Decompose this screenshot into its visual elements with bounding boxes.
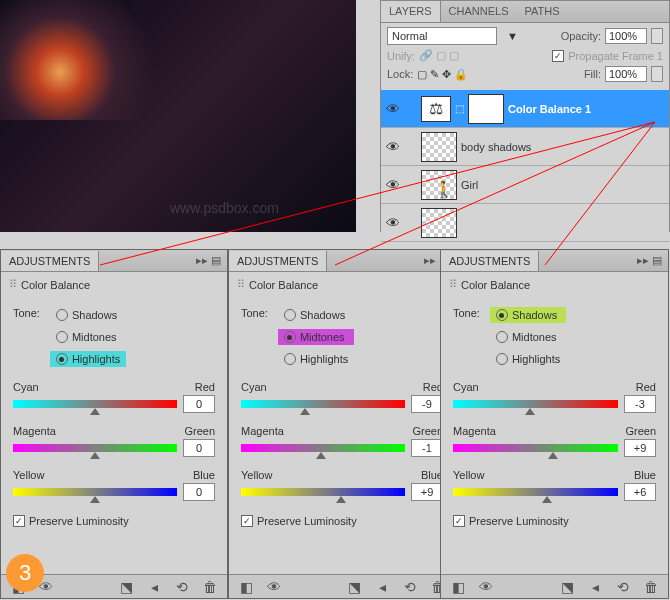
tab-adjustments[interactable]: ADJUSTMENTS [1, 251, 99, 271]
adjustment-title: Color Balance [249, 279, 318, 291]
visibility-icon[interactable]: 👁 [383, 175, 403, 195]
checkbox-icon: ✓ [241, 515, 253, 527]
toggle-icon[interactable]: ◧ [449, 578, 467, 596]
opacity-spinner[interactable] [651, 28, 663, 44]
tone-midtones[interactable]: Midtones [50, 329, 126, 345]
prev-icon[interactable]: ◂ [373, 578, 391, 596]
layer-thumbnail[interactable]: 🚶 [421, 170, 457, 200]
slider-track[interactable] [13, 400, 177, 408]
reset-icon[interactable]: ⟲ [173, 578, 191, 596]
tone-highlights[interactable]: Highlights [490, 351, 566, 367]
layer-row-color-balance[interactable]: 👁 ⚖ ⬚ Color Balance 1 [381, 90, 669, 128]
slider-track[interactable] [13, 488, 177, 496]
slider-mg: MagentaGreen -1 [241, 425, 443, 457]
adjustment-title: Color Balance [461, 279, 530, 291]
layer-row-body-shadows[interactable]: 👁 body shadows [381, 128, 669, 166]
panel-menu-icon[interactable]: ▸▸ ▤ [631, 252, 668, 269]
label-right: Blue [634, 469, 656, 481]
tone-shadows[interactable]: Shadows [278, 307, 354, 323]
panel-menu-icon[interactable]: ▸▸ ▤ [190, 252, 227, 269]
slider-value[interactable]: +9 [624, 439, 656, 457]
slider-value[interactable]: +9 [411, 483, 443, 501]
slider-track[interactable] [453, 400, 618, 408]
visibility-icon[interactable]: 👁 [383, 213, 403, 233]
toggle-icon[interactable]: ◧ [237, 578, 255, 596]
slider-value[interactable]: -9 [411, 395, 443, 413]
fill-spinner[interactable] [651, 66, 663, 82]
delete-icon[interactable]: 🗑 [642, 578, 660, 596]
layer-thumbnail[interactable] [421, 208, 457, 238]
tone-highlights[interactable]: Highlights [50, 351, 126, 367]
layer-row[interactable]: 👁 [381, 204, 669, 242]
radio-icon [496, 309, 508, 321]
reset-icon[interactable]: ⟲ [401, 578, 419, 596]
tab-channels[interactable]: CHANNELS [441, 1, 517, 22]
label-right: Red [195, 381, 215, 393]
lock-icons[interactable]: ▢ ✎ ✥ 🔒 [417, 68, 468, 81]
radio-icon [284, 309, 296, 321]
slider-value[interactable]: +6 [624, 483, 656, 501]
tone-label: Tone: [453, 307, 480, 319]
visibility-icon[interactable]: 👁 [383, 99, 403, 119]
slider-thumb[interactable] [90, 496, 100, 503]
panel-footer: ◧ 👁 ⬔ ◂ ⟲ 🗑 [441, 574, 668, 598]
slider-thumb[interactable] [316, 452, 326, 459]
label-left: Cyan [241, 381, 267, 393]
layer-thumbnail[interactable] [421, 132, 457, 162]
panel-footer: ◧ 👁 ⬔ ◂ ⟲ 🗑 [229, 574, 455, 598]
radio-icon [56, 353, 68, 365]
blend-mode-select[interactable]: Normal [387, 27, 497, 45]
slider-track[interactable] [241, 444, 405, 452]
slider-value[interactable]: 0 [183, 395, 215, 413]
tone-midtones[interactable]: Midtones [490, 329, 566, 345]
slider-thumb[interactable] [336, 496, 346, 503]
reset-icon[interactable]: ⟲ [614, 578, 632, 596]
slider-track[interactable] [453, 488, 618, 496]
opacity-input[interactable]: 100% [605, 28, 647, 44]
tab-layers[interactable]: LAYERS [381, 1, 441, 22]
tone-shadows[interactable]: Shadows [490, 307, 566, 323]
preserve-luminosity[interactable]: ✓Preserve Luminosity [241, 515, 443, 527]
layer-row-girl[interactable]: 👁 🚶 Girl [381, 166, 669, 204]
slider-thumb[interactable] [542, 496, 552, 503]
adjustment-title-row: ⠿Color Balance [229, 272, 455, 297]
delete-icon[interactable]: 🗑 [201, 578, 219, 596]
slider-track[interactable] [241, 488, 405, 496]
slider-track[interactable] [241, 400, 405, 408]
prev-icon[interactable]: ◂ [145, 578, 163, 596]
tab-adjustments[interactable]: ADJUSTMENTS [229, 251, 327, 271]
propagate-checkbox[interactable]: ✓ [552, 50, 564, 62]
preserve-luminosity[interactable]: ✓Preserve Luminosity [453, 515, 656, 527]
slider-cr: CyanRed -9 [241, 381, 443, 413]
slider-track[interactable] [453, 444, 618, 452]
slider-thumb[interactable] [90, 452, 100, 459]
slider-thumb[interactable] [300, 408, 310, 415]
tab-adjustments[interactable]: ADJUSTMENTS [441, 251, 539, 271]
slider-mg: MagentaGreen +9 [453, 425, 656, 457]
tab-paths[interactable]: PATHS [517, 1, 568, 22]
view-icon[interactable]: 👁 [477, 578, 495, 596]
propagate-label: Propagate Frame 1 [568, 50, 663, 62]
tone-shadows[interactable]: Shadows [50, 307, 126, 323]
slider-thumb[interactable] [90, 408, 100, 415]
visibility-icon[interactable]: 👁 [383, 137, 403, 157]
clip-icon[interactable]: ⬔ [345, 578, 363, 596]
slider-value[interactable]: 0 [183, 483, 215, 501]
prev-icon[interactable]: ◂ [586, 578, 604, 596]
preserve-luminosity[interactable]: ✓Preserve Luminosity [13, 515, 215, 527]
tone-highlights[interactable]: Highlights [278, 351, 354, 367]
view-icon[interactable]: 👁 [265, 578, 283, 596]
clip-icon[interactable]: ⬔ [558, 578, 576, 596]
slider-value[interactable]: -1 [411, 439, 443, 457]
slider-thumb[interactable] [525, 408, 535, 415]
fill-input[interactable]: 100% [605, 66, 647, 82]
adjustments-panel-3: ADJUSTMENTS ▸▸ ▤ ⠿Color Balance Tone:Sha… [440, 249, 669, 599]
clip-icon[interactable]: ⬔ [117, 578, 135, 596]
slider-track[interactable] [13, 444, 177, 452]
slider-value[interactable]: 0 [183, 439, 215, 457]
unify-label: Unify: [387, 50, 415, 62]
mask-thumbnail[interactable] [468, 94, 504, 124]
slider-thumb[interactable] [548, 452, 558, 459]
slider-value[interactable]: -3 [624, 395, 656, 413]
tone-midtones[interactable]: Midtones [278, 329, 354, 345]
